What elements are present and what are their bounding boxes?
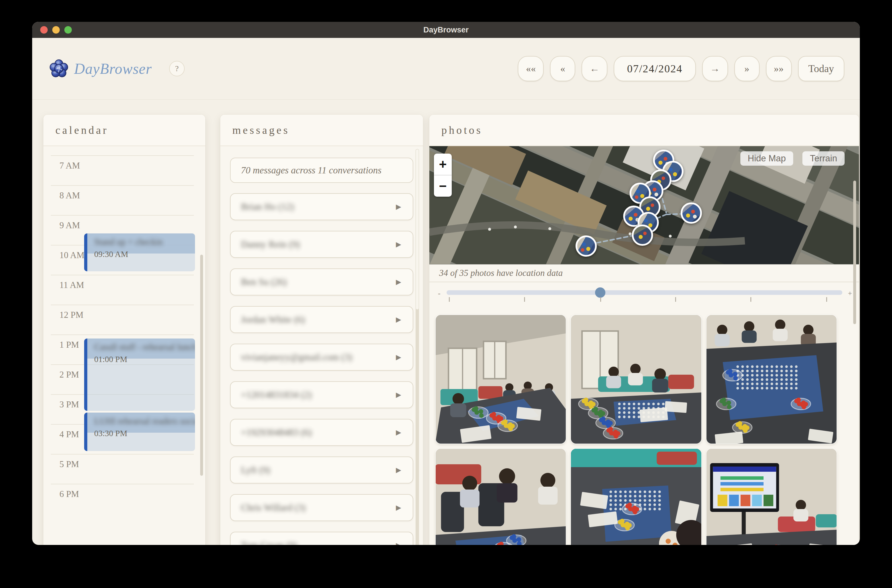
photo-image (571, 449, 701, 545)
conversation-name: Tom Cryan (9) (241, 540, 297, 545)
calendar-title: calendar (56, 124, 108, 136)
slider-tick (826, 297, 827, 302)
expand-arrow-icon: ▶ (396, 428, 401, 436)
slider-tick (600, 297, 601, 302)
photo-map-marker[interactable] (632, 225, 653, 246)
photos-title: photos (441, 124, 482, 136)
map-zoom-in-button[interactable]: + (434, 154, 452, 176)
expand-arrow-icon: ▶ (396, 504, 401, 512)
photo-image (435, 449, 566, 545)
help-button[interactable]: ? (169, 61, 185, 76)
slider-tick (675, 297, 676, 302)
conversation-name: Brian Ho (12) (241, 201, 294, 212)
event-time: 09:30 AM (94, 249, 195, 259)
calendar-hour-label: 9 AM (59, 220, 80, 231)
conversation-name: Lyft (9) (241, 465, 270, 476)
photos-scrollbar[interactable] (853, 181, 856, 324)
event-title: Stand up + checkin (94, 237, 195, 247)
event-title: Casull stuff - rehearsal lunch (94, 342, 195, 352)
app-logo-icon (49, 58, 69, 79)
photo-thumbnail[interactable] (706, 449, 836, 545)
photo-map-marker[interactable] (575, 236, 597, 256)
slider-tick (524, 297, 525, 302)
conversation-name: +19293048483 (6) (241, 427, 312, 438)
terrain-button[interactable]: Terrain (802, 151, 845, 166)
expand-arrow-icon: ▶ (396, 315, 401, 324)
event-title: LUHI rehearsal readers social (94, 416, 195, 426)
photo-image (571, 315, 701, 444)
messages-scrollbar-thumb[interactable] (416, 149, 419, 310)
conversation-item[interactable]: Ben Su (26)▶ (230, 268, 413, 296)
photos-body: + − Hide Map Terrain 34 of 35 photos hav… (429, 146, 859, 545)
conversation-name: vivianjaneyy@gmail.com (3) (241, 352, 352, 363)
photo-thumbnail[interactable] (571, 449, 701, 545)
calendar-hour-label: 6 PM (59, 489, 79, 499)
conversation-item[interactable]: Brian Ho (12)▶ (230, 193, 413, 220)
brand: DayBrowser ? (49, 58, 185, 79)
conversation-name: Chris Willard (3) (241, 502, 306, 513)
map-zoom-out-button[interactable]: − (434, 176, 452, 196)
hide-map-button[interactable]: Hide Map (740, 151, 793, 166)
photos-header: photos (429, 114, 859, 146)
app-header: DayBrowser ? «« « ← 07/24/2024 → » »» To… (32, 38, 860, 100)
event-time: 03:30 PM (94, 429, 195, 438)
slider-ticks (447, 297, 842, 302)
photo-thumbnail[interactable] (706, 315, 836, 444)
calendar-hour-label: 1 PM (59, 340, 79, 350)
close-button[interactable] (40, 26, 48, 34)
photo-map[interactable]: + − Hide Map Terrain (429, 146, 859, 264)
conversation-item[interactable]: Danny Rein (9)▶ (230, 231, 413, 258)
conversation-list: Brian Ho (12)▶Danny Rein (9)▶Ben Su (26)… (220, 193, 423, 545)
main-content: calendar 7 AM8 AM9 AM10 AM11 AM12 PM1 PM… (32, 100, 860, 545)
conversation-item[interactable]: Tom Cryan (9)▶ (230, 532, 413, 545)
photo-thumbnail[interactable] (571, 315, 701, 444)
calendar-event[interactable]: Casull stuff - rehearsal lunch01:00 PM (84, 339, 195, 411)
calendar-hour-label: 7 AM (59, 160, 80, 171)
app-name: DayBrowser (74, 60, 152, 77)
calendar-hour-label: 10 AM (59, 250, 84, 260)
date-display[interactable]: 07/24/2024 (614, 56, 695, 81)
conversation-item[interactable]: Chris Willard (3)▶ (230, 494, 413, 521)
nav-next-week-button[interactable]: » (734, 56, 760, 81)
calendar-hour-label: 4 PM (59, 429, 79, 440)
calendar-scrollbar[interactable] (200, 255, 203, 476)
expand-arrow-icon: ▶ (396, 541, 401, 545)
conversation-name: Jordan White (6) (241, 314, 305, 325)
photo-thumbnail[interactable] (435, 315, 566, 444)
calendar-hour-label: 5 PM (59, 459, 79, 470)
messages-summary: 70 messages across 11 conversations (230, 158, 413, 183)
conversation-item[interactable]: +19293048483 (6)▶ (230, 419, 413, 446)
calendar-hour-line (51, 215, 194, 216)
messages-panel: messages 70 messages across 11 conversat… (220, 114, 423, 545)
slider-track[interactable] (447, 290, 842, 295)
photo-grid (429, 315, 859, 545)
expand-arrow-icon: ▶ (396, 278, 401, 286)
calendar-hour-label: 11 AM (59, 280, 84, 290)
titlebar: DayBrowser (32, 22, 860, 38)
conversation-item[interactable]: Lyft (9)▶ (230, 456, 413, 483)
calendar-event[interactable]: Stand up + checkin09:30 AM (84, 233, 195, 272)
messages-title: messages (232, 124, 290, 136)
nav-last-button[interactable]: »» (766, 56, 792, 81)
nav-first-button[interactable]: «« (518, 56, 544, 81)
app-window: DayBrowser DayBrowser (32, 22, 860, 545)
nav-prev-day-button[interactable]: ← (581, 56, 607, 81)
photo-thumbnail[interactable] (435, 449, 566, 545)
map-zoom-control: + − (434, 154, 452, 196)
traffic-lights (40, 22, 72, 38)
slider-tick (751, 297, 751, 302)
conversation-item[interactable]: vivianjaneyy@gmail.com (3)▶ (230, 344, 413, 370)
nav-prev-week-button[interactable]: « (550, 56, 575, 81)
date-navigation: «« « ← 07/24/2024 → » »» Today (518, 56, 844, 81)
calendar-event[interactable]: LUHI rehearsal readers social03:30 PM (84, 412, 195, 451)
conversation-item[interactable]: +12014831834 (2)▶ (230, 381, 413, 408)
conversation-item[interactable]: Jordan White (6)▶ (230, 306, 413, 333)
maximize-button[interactable] (64, 26, 72, 34)
calendar-hour-line (51, 304, 194, 305)
slider-thumb[interactable] (595, 287, 605, 298)
messages-body: 70 messages across 11 conversations Bria… (220, 146, 423, 545)
photo-map-marker[interactable] (681, 202, 702, 224)
nav-next-day-button[interactable]: → (702, 56, 728, 81)
today-button[interactable]: Today (798, 56, 844, 81)
minimize-button[interactable] (52, 26, 60, 34)
